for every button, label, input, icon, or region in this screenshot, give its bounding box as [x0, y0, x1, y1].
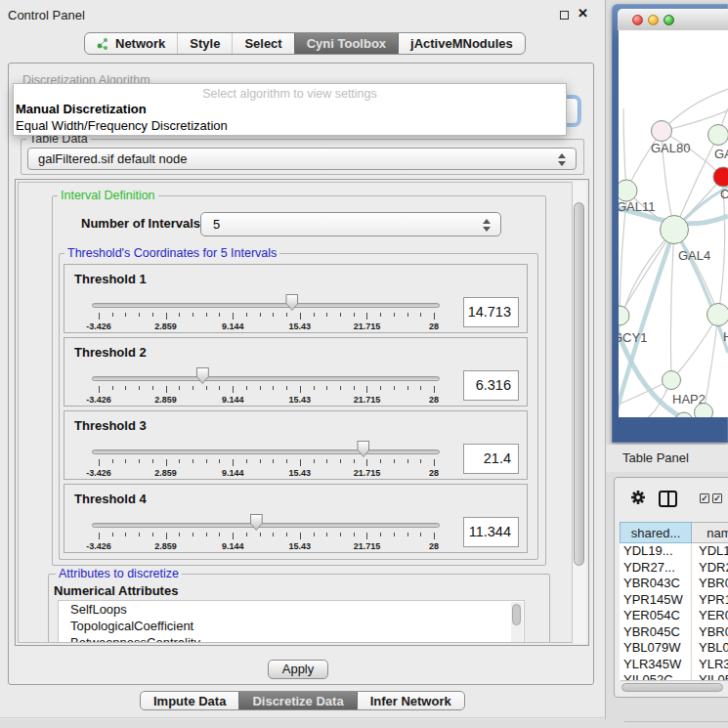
column-header-name[interactable]: name	[692, 522, 728, 543]
gear-icon[interactable]	[630, 490, 646, 505]
network-canvas[interactable]: GAL80GACGAL11GAL4GCY1HHAP2	[619, 30, 728, 417]
tick-label: 21.715	[354, 395, 381, 405]
column-header-shared-name[interactable]: shared...	[620, 522, 692, 543]
tick-label: -3.426	[86, 321, 111, 331]
settings-scroll-panel: Interval Definition Number of Intervals …	[15, 179, 589, 646]
cyni-toolbox-panel: Discretization Algorithm Table Data galF…	[8, 63, 594, 685]
table-row[interactable]: YPR145WYPR145W	[620, 592, 728, 609]
cell-name: YIL052C	[692, 672, 728, 680]
network-edge[interactable]	[620, 201, 626, 316]
table-row[interactable]: YDR27...YDR27...	[620, 560, 728, 577]
tab-style[interactable]: Style	[177, 33, 232, 54]
threshold-value-field[interactable]: 6.316	[463, 370, 519, 401]
node-label-GAL11: GAL11	[619, 199, 656, 214]
tab-network[interactable]: Network	[85, 33, 177, 54]
list-scrollbar[interactable]	[511, 602, 523, 643]
cell-shared-name: YDL19...	[620, 543, 692, 560]
tab-label: Style	[190, 36, 220, 51]
table-row[interactable]: YBL079WYBL079W	[620, 640, 728, 657]
cell-shared-name: YDR27...	[620, 560, 692, 577]
slider-tick-labels: -3.4262.8599.14415.4321.71528	[99, 411, 434, 481]
tab-infer-network[interactable]: Infer Network	[357, 692, 464, 709]
table-data-combobox[interactable]: galFiltered.sif default node	[27, 148, 577, 170]
scrollbar-thumb[interactable]	[574, 202, 584, 566]
horizontal-scrollbar[interactable]	[621, 680, 728, 693]
tab-cyni-toolbox[interactable]: Cyni Toolbox	[294, 33, 398, 54]
network-window-titlebar[interactable]	[618, 9, 728, 30]
table-row[interactable]: YBR043CYBR043C	[620, 576, 728, 592]
threshold-value-field[interactable]: 21.4	[463, 444, 519, 474]
node-label-GAL80: GAL80	[651, 141, 690, 155]
network-edge[interactable]	[620, 230, 674, 316]
tick-label: 28	[429, 468, 439, 478]
zoom-traffic-light-icon[interactable]	[664, 15, 674, 25]
network-node-red[interactable]	[713, 167, 728, 187]
threshold-value-field[interactable]: 11.344	[463, 517, 519, 547]
network-node-GAL11[interactable]	[619, 180, 637, 201]
bottom-tabs: Impute DataDiscretize DataInfer Network	[140, 691, 465, 710]
popup-items: Manual DiscretizationEqual Width/Frequen…	[14, 101, 566, 134]
tick-label: 28	[429, 321, 439, 331]
number-of-intervals-spinner[interactable]: 5	[200, 212, 501, 236]
network-node-GAL4[interactable]	[661, 216, 689, 244]
cell-shared-name: YPR145W	[620, 592, 692, 609]
tab-discretize-data[interactable]: Discretize Data	[238, 692, 356, 709]
cell-shared-name: YBR043C	[620, 576, 692, 592]
table-data-value: galFiltered.sif default node	[38, 151, 187, 166]
network-view-window: GAL80GACGAL11GAL4GCY1HHAP2	[612, 4, 728, 443]
popup-item-manual-discretization[interactable]: Manual Discretization	[14, 101, 566, 117]
tick-label: 9.144	[222, 468, 244, 478]
close-traffic-light-icon[interactable]	[632, 15, 643, 25]
tick-mark	[434, 533, 435, 539]
slider-tick-labels: -3.4262.8599.14415.4321.71528	[99, 485, 434, 554]
table-row[interactable]: YDL19...YDL19...	[620, 543, 728, 560]
window-bottom-edge	[0, 717, 606, 718]
numerical-attributes-list[interactable]: SelfLoopsTopologicalCoefficientBetweenne…	[58, 600, 525, 643]
cell-name: YBL079W	[692, 640, 728, 657]
tick-label: 28	[429, 395, 439, 405]
network-node-GCY1[interactable]	[619, 306, 629, 325]
network-edge[interactable]	[670, 230, 674, 380]
tab-jactivemnodules[interactable]: jActiveMNodules	[398, 33, 525, 54]
threshold-value-field[interactable]: 14.713	[463, 297, 519, 327]
network-edge[interactable]	[623, 108, 626, 191]
columns-icon[interactable]	[659, 491, 677, 507]
table-row[interactable]: YBR045CYBR045C	[620, 624, 728, 641]
tick-label: -3.426	[86, 468, 111, 478]
tab-select[interactable]: Select	[232, 33, 293, 54]
table-row[interactable]: YIL052CYIL052C	[620, 672, 728, 680]
network-node-H[interactable]	[707, 304, 728, 326]
attribute-item[interactable]: TopologicalCoefficient	[59, 618, 524, 634]
slider-tick-labels: -3.4262.8599.14415.4321.71528	[99, 338, 434, 407]
network-node-G[interactable]	[708, 125, 728, 146]
popup-item-equal-width-frequency-discretization[interactable]: Equal Width/Frequency Discretization	[14, 117, 566, 134]
node-label-G: GA	[714, 147, 728, 161]
cell-name: YDL19...	[692, 543, 728, 560]
hscrollbar-thumb[interactable]	[621, 683, 723, 692]
network-edge[interactable]	[718, 188, 725, 315]
attribute-item[interactable]: SelfLoops	[59, 601, 524, 618]
network-node-GAL80[interactable]	[652, 121, 672, 142]
threshold-panel-4: Threshold 4-3.4262.8599.14415.4321.71528…	[64, 484, 528, 553]
apply-button[interactable]: Apply	[268, 660, 328, 679]
slider-tick-labels: -3.4262.8599.14415.4321.71528	[99, 265, 434, 334]
float-window-icon[interactable]	[560, 11, 569, 20]
panel-title: Control Panel	[8, 8, 85, 22]
attribute-item[interactable]: BetweennessCentrality	[59, 634, 524, 643]
numerical-attributes-label: Numerical Attributes	[54, 583, 178, 598]
threshold-panel-3: Threshold 3-3.4262.8599.14415.4321.71528…	[64, 410, 528, 480]
table-row[interactable]: YLR345WYLR345W	[620, 657, 728, 673]
tab-impute-data[interactable]: Impute Data	[141, 692, 238, 709]
close-icon[interactable]: ✕	[578, 6, 588, 21]
checkbox-icon[interactable]: ✓	[712, 493, 722, 503]
minimize-traffic-light-icon[interactable]	[648, 15, 659, 25]
table-row[interactable]: YER054CYER054C	[620, 608, 728, 624]
network-node-HAP2[interactable]	[663, 371, 681, 390]
network-edge[interactable]	[704, 315, 718, 412]
network-icon	[97, 37, 109, 51]
tick-label: 2.859	[154, 395, 177, 405]
checkbox-icon[interactable]: ✓	[700, 493, 709, 503]
vertical-scrollbar[interactable]	[572, 182, 586, 643]
network-node-n1[interactable]	[695, 404, 713, 418]
popup-hint: Select algorithm to view settings	[14, 84, 566, 101]
